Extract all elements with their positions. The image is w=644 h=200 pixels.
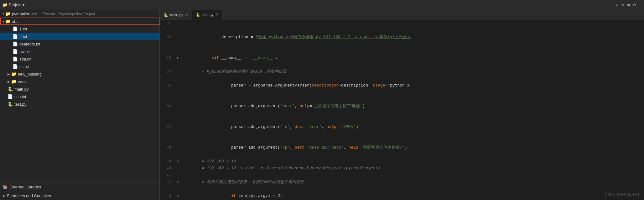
scratches-label: Scratches and Consoles (7, 193, 51, 198)
line-content: parser.add_argument('host', help='主机名字或者… (181, 96, 644, 117)
chevron-icon: ▶ (8, 80, 10, 83)
file-icon: 📄 (13, 56, 18, 61)
line-number: 33 (160, 55, 175, 61)
file-label: 1.txt (19, 27, 27, 31)
folder-icon: 📁 (5, 19, 10, 24)
external-libraries-item[interactable]: 📚 External Libraries (0, 182, 159, 191)
line-number: 34 (160, 68, 175, 75)
line-number: 32 (160, 34, 175, 41)
line-content: parser.add_argument('-u', dest='user', h… (181, 117, 644, 137)
project-title: Project (9, 3, 21, 7)
line-content: # 192.168.1.12 -u root -p /Users/liuhaor… (181, 165, 644, 172)
code-line-32: 32 description = "例如 python ssh弱口令爆破.py … (160, 27, 644, 48)
chevron-icon: ▶ (8, 72, 10, 76)
chevron-icon: ▾ (3, 12, 4, 16)
line-number: 41 (160, 172, 175, 179)
tab-mainpy[interactable]: 🐍 main.py ✕ (160, 10, 192, 20)
python-tab-icon: 🐍 (164, 13, 168, 17)
minimize-icon[interactable]: — (639, 2, 641, 8)
scratches-consoles-item[interactable]: ● Scratches and Consoles (0, 191, 159, 200)
code-line-31: 31 (160, 20, 644, 27)
sidebar-item-mainpy[interactable]: 🐍 main.py (0, 85, 159, 93)
code-line-34: 34 # Python终端控制台执行命令时，选项的设置 (160, 68, 644, 75)
scratches-icon: ● (3, 193, 5, 198)
folder-label: new_building (18, 72, 42, 76)
add-icon[interactable]: ⊕ (616, 2, 618, 8)
sidebar: ▾ 📁 pythonProject ~/PycharmProjects/pyth… (0, 10, 160, 200)
file-icon: 📄 (8, 94, 13, 99)
file-icon: 📄 (13, 26, 18, 31)
chevron-icon: ▾ (3, 20, 4, 23)
code-line-43: 43 ◇ if len(sys.argv) < 2: (160, 186, 644, 200)
sidebar-item-dsafadfs[interactable]: 📄 dsafadfs.txt (0, 40, 159, 48)
toolbar-icons: ⊕ ⇅ ⇉ ⚙ — (616, 2, 641, 8)
tab-testpy[interactable]: 🐍 test.py ✕ (192, 10, 222, 20)
chevron-icon: ▾ (23, 3, 25, 7)
settings-icon[interactable]: ⚙ (633, 2, 636, 8)
line-gutter-bp: ◇ (175, 158, 181, 165)
sidebar-item-2txt[interactable]: 📄 2.txt (0, 33, 159, 40)
sidebar-item-abc[interactable]: ▾ 📁 abc (0, 18, 159, 25)
line-number: 42 (160, 179, 175, 186)
root-label: pythonProject (12, 12, 37, 16)
line-gutter-bp2: ◇ (175, 192, 181, 199)
file-icon: 📄 (13, 34, 18, 39)
python-file-icon: 🐍 (8, 102, 13, 107)
code-line-33: 33 ▶ ◇if __name__ == '__main__': (160, 48, 644, 68)
abc-label: abc (12, 19, 18, 24)
line-number: 31 (160, 20, 175, 27)
tab-close-icon[interactable]: ✕ (185, 13, 188, 17)
file-label: test.py (14, 102, 26, 107)
file-label: ssh.txt (14, 94, 26, 99)
file-label: main.py (14, 87, 29, 92)
sidebar-item-ss[interactable]: 📄 ss.txt (0, 63, 159, 70)
line-gutter-run: ▶ (175, 55, 181, 61)
sidebar-item-1txt[interactable]: 📄 1.txt (0, 25, 159, 33)
root-path: ~/PycharmProjects/pythonProject (39, 12, 95, 16)
sidebar-bottom: 📚 External Libraries ● Scratches and Con… (0, 182, 159, 200)
code-line-40: 40 # 192.168.1.12 -u root -p /Users/liuh… (160, 165, 644, 172)
sidebar-item-sda[interactable]: 📄 sda.txt (0, 55, 159, 63)
file-label: 2.txt (19, 34, 27, 39)
line-gutter-bp: ◇ (175, 179, 181, 186)
expand-icon[interactable]: ⇉ (627, 2, 630, 8)
sidebar-item-root[interactable]: ▾ 📁 pythonProject ~/PycharmProjects/pyth… (0, 10, 159, 18)
file-label: pw.txt (19, 49, 30, 54)
file-label: sda.txt (19, 57, 31, 61)
run-arrow-icon: ▶ (177, 55, 179, 61)
sidebar-item-testpy[interactable]: 🐍 test.py (0, 100, 159, 108)
line-number: 37 (160, 124, 175, 130)
code-line-39: 39 ◇ # 192.168.1.12 (160, 158, 644, 165)
folder-icon: 📁 (3, 3, 8, 7)
code-lines: 31 32 description = "例如 python ssh弱口令爆破.… (160, 20, 644, 200)
sidebar-item-sshtxt[interactable]: 📄 ssh.txt (0, 93, 159, 100)
code-line-41: 41 (160, 172, 644, 179)
sidebar-item-venv[interactable]: ▶ 📁 venv (0, 78, 159, 85)
sidebar-item-pw[interactable]: 📄 pw.txt (0, 48, 159, 55)
line-number: 35 (160, 82, 175, 89)
code-line-42: 42 ◇ # 如果不输入选项和参数，直接打印帮助信息并退出程序 (160, 179, 644, 186)
folder-icon: 📁 (11, 71, 16, 76)
library-icon: 📚 (3, 185, 8, 189)
project-label[interactable]: 📁 Project ▾ (3, 3, 25, 7)
breakpoint-icon: ◇ (177, 158, 179, 165)
code-line-36: 36 parser.add_argument('host', help='主机名… (160, 96, 644, 117)
line-content: ◇if __name__ == '__main__': (181, 48, 644, 68)
file-icon: 📄 (13, 41, 18, 46)
tab-label: main.py (170, 13, 183, 17)
folder-icon: 📁 (11, 79, 16, 84)
line-content: parser.add_argument('-p', dest='pass_dir… (181, 137, 644, 158)
code-editor[interactable]: 31 32 description = "例如 python ssh弱口令爆破.… (160, 20, 644, 200)
folder-icon: 📁 (5, 11, 10, 16)
python-tab-icon: 🐍 (196, 13, 200, 17)
tab-bar: 🐍 main.py ✕ 🐍 test.py ✕ (160, 10, 644, 20)
line-number: 40 (160, 165, 175, 172)
line-number: 38 (160, 144, 175, 151)
line-content: # Python终端控制台执行命令时，选项的设置 (181, 68, 644, 75)
tab-close-icon[interactable]: ✕ (215, 13, 218, 17)
sidebar-item-new-building[interactable]: ▶ 📁 new_building (0, 70, 159, 78)
code-line-37: 37 parser.add_argument('-u', dest='user'… (160, 117, 644, 137)
file-icon: 📄 (13, 64, 18, 69)
scroll-icon[interactable]: ⇅ (621, 2, 624, 8)
line-content: # 如果不输入选项和参数，直接打印帮助信息并退出程序 (181, 179, 644, 186)
